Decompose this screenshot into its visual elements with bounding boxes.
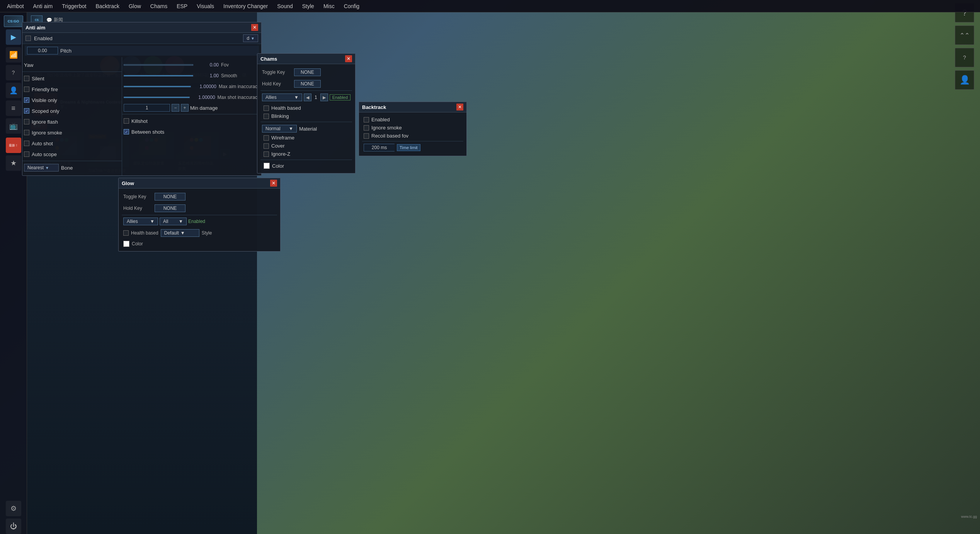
- aa-pitch-input[interactable]: [27, 47, 58, 54]
- chams-color-swatch[interactable]: [264, 163, 270, 169]
- glow-style-row: Health based Default ▼ Style: [122, 228, 277, 238]
- backtrack-close[interactable]: ✕: [456, 104, 463, 111]
- menu-item-aimbot[interactable]: Aimbot: [3, 2, 28, 11]
- aa-ignore-flash-checkbox[interactable]: [24, 119, 29, 124]
- bt-enabled-label: Enabled: [371, 117, 390, 122]
- aa-ignore-smoke-checkbox[interactable]: [24, 130, 29, 135]
- aa-auto-shot-checkbox[interactable]: [24, 141, 29, 146]
- settings-icon[interactable]: ⚙: [6, 501, 21, 516]
- aa-visible-checkbox[interactable]: [24, 97, 29, 103]
- aa-between-shots-checkbox[interactable]: [124, 129, 129, 134]
- glow-filter-dropdown[interactable]: All ▼: [160, 218, 187, 225]
- aa-scoped-checkbox[interactable]: [24, 108, 29, 114]
- glow-color-swatch[interactable]: [123, 241, 129, 247]
- chams-material-dropdown[interactable]: Normal ▼: [262, 125, 297, 133]
- backtrack-header[interactable]: Backtrack ✕: [359, 102, 466, 112]
- play-button[interactable]: ▶: [6, 29, 21, 45]
- tv-icon[interactable]: 📺: [6, 118, 21, 134]
- signal-icon[interactable]: 📶: [6, 47, 21, 63]
- menu-item-inventory[interactable]: Inventory Changer: [219, 2, 272, 11]
- menu-item-visuals[interactable]: Visuals: [193, 2, 218, 11]
- aa-scoped-label: Scoped only: [32, 108, 60, 114]
- chams-divider-1: [260, 90, 352, 91]
- menu-item-triggerbot[interactable]: Triggerbot: [58, 2, 90, 11]
- aa-visible-label: Visible only: [32, 97, 57, 103]
- anti-aim-close[interactable]: ✕: [251, 24, 258, 31]
- bt-recoil-fov-checkbox[interactable]: [364, 133, 369, 139]
- bt-enabled-checkbox[interactable]: [364, 117, 369, 122]
- chams-health-row: Health based: [260, 104, 352, 112]
- aa-enabled-checkbox[interactable]: [26, 36, 31, 41]
- aa-silent-checkbox[interactable]: [24, 76, 29, 81]
- chams-header[interactable]: Chams ✕: [257, 54, 355, 64]
- menu-item-backtrack[interactable]: Backtrack: [92, 2, 123, 11]
- chams-blinking-checkbox[interactable]: [264, 114, 269, 119]
- aa-min-damage-plus[interactable]: +: [181, 104, 189, 112]
- bt-enabled-row: Enabled: [362, 116, 463, 124]
- menu-item-style[interactable]: Style: [298, 2, 318, 11]
- chams-health-checkbox[interactable]: [264, 105, 269, 111]
- chams-wireframe-checkbox[interactable]: [264, 135, 269, 141]
- aa-max-aim-track[interactable]: [124, 86, 191, 87]
- power-icon[interactable]: ⏻: [6, 519, 21, 534]
- chams-close[interactable]: ✕: [345, 55, 352, 62]
- glow-title: Glow: [122, 180, 134, 186]
- menu-item-antiAim[interactable]: Anti aim: [29, 2, 57, 11]
- person-right-icon[interactable]: 👤: [955, 70, 974, 90]
- chevron-up-icon[interactable]: ⌃⌃: [955, 26, 974, 45]
- chams-toggle-key-btn[interactable]: NONE: [294, 68, 321, 76]
- aa-killshot-checkbox[interactable]: [124, 118, 129, 124]
- bt-time-input[interactable]: [364, 144, 395, 151]
- menu-item-chams[interactable]: Chams: [146, 2, 171, 11]
- question-2-button[interactable]: ?: [955, 48, 974, 67]
- aa-visible-row: Visible only: [22, 95, 122, 105]
- glow-team-dropdown[interactable]: Allies ▼: [123, 218, 158, 225]
- aa-silent-row: Silent: [22, 73, 122, 84]
- aa-auto-shot-row: Auto shot: [22, 138, 122, 149]
- menu-item-sound[interactable]: Sound: [273, 2, 296, 11]
- chams-nav-right[interactable]: ▶: [320, 94, 328, 101]
- chams-nav-num: 1: [313, 95, 319, 100]
- question-icon[interactable]: ?: [6, 65, 21, 80]
- aa-scoped-row: Scoped only: [22, 105, 122, 116]
- glow-health-checkbox[interactable]: [123, 230, 129, 236]
- aa-mode-dropdown[interactable]: d ▼: [243, 34, 258, 42]
- glow-toggle-key-label: Toggle Key: [123, 194, 152, 199]
- bt-ignore-smoke-checkbox[interactable]: [364, 125, 369, 131]
- new-badge[interactable]: 最新！: [6, 138, 21, 153]
- chams-ignore-z-checkbox[interactable]: [264, 151, 269, 157]
- star-icon[interactable]: ★: [6, 155, 21, 171]
- chams-team-dropdown[interactable]: Allies ▼: [262, 94, 302, 101]
- aa-ignore-flash-label: Ignore flash: [32, 119, 58, 125]
- aa-auto-scope-checkbox[interactable]: [24, 151, 29, 157]
- chams-enabled-badge: Enabled: [330, 94, 350, 100]
- chams-hold-key-btn[interactable]: NONE: [294, 80, 321, 88]
- chams-nav-left[interactable]: ◀: [304, 94, 311, 101]
- glow-close[interactable]: ✕: [270, 180, 277, 187]
- glow-color-row: Color: [122, 240, 277, 248]
- aa-smooth-track[interactable]: [124, 75, 193, 77]
- aa-fov-track[interactable]: [124, 64, 193, 66]
- aa-bone-arrow: ▼: [45, 166, 49, 170]
- list-icon[interactable]: ≡: [6, 100, 21, 116]
- glow-style-dropdown[interactable]: Default ▼: [161, 229, 199, 237]
- menu-item-config[interactable]: Config: [340, 2, 363, 11]
- aa-pitch-label: Pitch: [60, 48, 71, 54]
- glow-hold-key-btn[interactable]: NONE: [155, 204, 185, 212]
- aa-max-shot-track[interactable]: [124, 97, 190, 98]
- glow-toggle-key-btn[interactable]: NONE: [155, 193, 185, 201]
- anti-aim-header[interactable]: Anti aim ✕: [22, 22, 261, 33]
- glow-style-arrow: ▼: [180, 230, 185, 236]
- aa-bone-dropdown[interactable]: Nearest ▼: [24, 164, 59, 172]
- glow-header[interactable]: Glow ✕: [119, 178, 280, 189]
- aa-friendly-checkbox[interactable]: [24, 87, 29, 92]
- menu-item-esp[interactable]: ESP: [173, 2, 191, 11]
- glow-body: Toggle Key NONE Hold Key NONE Allies ▼ A…: [119, 189, 280, 251]
- aa-min-damage-input[interactable]: [124, 104, 170, 112]
- person-icon[interactable]: 👤: [6, 83, 21, 98]
- aa-body: Yaw Silent Friendly fire Visible only Sc…: [22, 57, 261, 175]
- chams-cover-checkbox[interactable]: [264, 143, 269, 149]
- menu-item-glow[interactable]: Glow: [125, 2, 145, 11]
- menu-item-misc[interactable]: Misc: [320, 2, 339, 11]
- aa-min-damage-minus[interactable]: −: [172, 104, 179, 112]
